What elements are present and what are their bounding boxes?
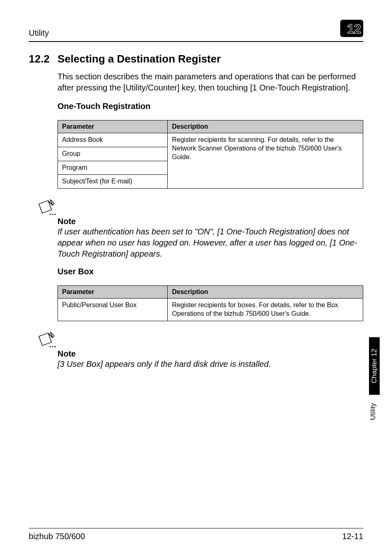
table-cell: Group [58, 147, 168, 161]
footer-page-number: 12-11 [342, 532, 363, 541]
note-label: Note [58, 349, 363, 359]
header-section-title: Utility [29, 28, 49, 38]
footer-rule [29, 528, 363, 528]
table-cell-description: Register recipients for scanning. For de… [168, 133, 363, 189]
intro-paragraph: This section describes the main paramete… [58, 71, 363, 93]
section-number: 12.2 [29, 53, 58, 65]
table-cell: Public/Personal User Box [58, 299, 168, 321]
svg-point-2 [54, 214, 55, 215]
user-box-heading: User Box [58, 267, 363, 276]
chapter-badge: 12 [339, 21, 363, 38]
one-touch-heading: One-Touch Registration [58, 102, 363, 111]
note-text: [3 User Box] appears only if the hard di… [58, 359, 363, 370]
table-header-parameter: Parameter [58, 286, 168, 299]
table-cell: Address Book [58, 133, 168, 147]
note-icon [38, 199, 57, 217]
svg-point-5 [54, 346, 55, 347]
table-header-description: Description [168, 286, 363, 299]
table-row: Address Book Register recipients for sca… [58, 133, 363, 147]
table-header-parameter: Parameter [58, 120, 168, 133]
chapter-number: 12 [347, 21, 361, 37]
table-row: Parameter Description [58, 120, 363, 133]
one-touch-table: Parameter Description Address Book Regis… [58, 120, 363, 189]
table-cell-description: Register recipients for boxes. For detai… [168, 299, 363, 321]
footer-product: bizhub 750/600 [29, 532, 85, 541]
side-tab-label: Utility [369, 403, 380, 420]
note-icon [38, 332, 57, 349]
table-cell: Program [58, 161, 168, 175]
note-text: If user authentication has been set to "… [58, 226, 363, 259]
svg-point-4 [52, 346, 53, 347]
table-header-description: Description [168, 120, 363, 133]
note-label: Note [58, 217, 363, 226]
table-cell: Subject/Text (for E-mail) [58, 175, 168, 189]
user-box-table: Parameter Description Public/Personal Us… [58, 285, 363, 321]
svg-point-3 [49, 346, 51, 347]
side-tab-chapter: Chapter 12 [369, 337, 380, 395]
svg-point-0 [49, 214, 51, 215]
table-row: Public/Personal User Box Register recipi… [58, 299, 363, 321]
section-heading: 12.2 Selecting a Destination Register [29, 53, 363, 65]
svg-point-1 [52, 214, 53, 215]
table-row: Parameter Description [58, 286, 363, 299]
section-title: Selecting a Destination Register [58, 53, 221, 65]
